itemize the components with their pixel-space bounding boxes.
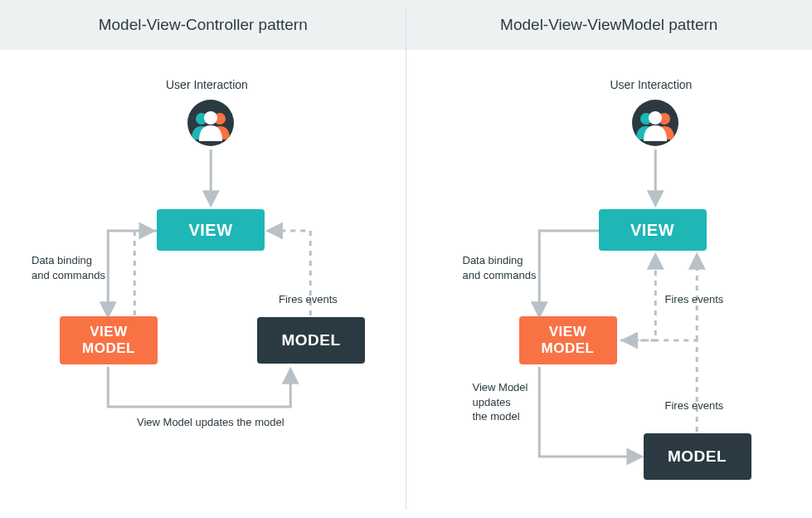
svg-point-3 bbox=[204, 111, 217, 125]
mvvm-user-label: User Interaction bbox=[610, 78, 693, 91]
mvc-fires-label: Fires events bbox=[279, 292, 338, 307]
mvvm-viewmodel-box: VIEW MODEL bbox=[519, 316, 617, 364]
mvvm-model-box: MODEL bbox=[644, 433, 751, 480]
mvc-user-label: User Interaction bbox=[166, 78, 248, 91]
mvvm-diagram: User Interaction VIEW VIEW MODEL MODEL D… bbox=[406, 50, 813, 518]
mvvm-title: Model-View-ViewModel pattern bbox=[406, 0, 813, 50]
mvvm-updates-label: View Model updates the model bbox=[473, 380, 528, 424]
mvvm-fires2-label: Fires events bbox=[665, 398, 724, 413]
mvc-model-box: MODEL bbox=[257, 317, 365, 364]
mvvm-view-box: VIEW bbox=[599, 209, 707, 251]
mvvm-binding-label: Data binding and commands bbox=[463, 253, 537, 282]
mvc-binding-label: Data binding and commands bbox=[32, 253, 105, 282]
mvc-updates-label: View Model updates the model bbox=[137, 415, 284, 430]
mvc-view-box: VIEW bbox=[157, 209, 265, 251]
svg-point-8 bbox=[649, 111, 662, 125]
users-icon bbox=[187, 100, 234, 146]
mvvm-edges bbox=[406, 50, 813, 518]
mvvm-fires1-label: Fires events bbox=[665, 292, 724, 307]
mvvm-panel: Model-View-ViewModel pattern bbox=[406, 0, 813, 518]
users-icon bbox=[632, 100, 678, 146]
mvc-diagram: User Interaction VIEW VIEW MODEL MODEL D… bbox=[0, 50, 406, 518]
mvc-viewmodel-box: VIEW MODEL bbox=[60, 316, 158, 364]
diagram-container: Model-View-Controller pattern bbox=[0, 0, 812, 518]
mvc-title: Model-View-Controller pattern bbox=[0, 0, 406, 50]
mvc-panel: Model-View-Controller pattern bbox=[0, 0, 406, 518]
